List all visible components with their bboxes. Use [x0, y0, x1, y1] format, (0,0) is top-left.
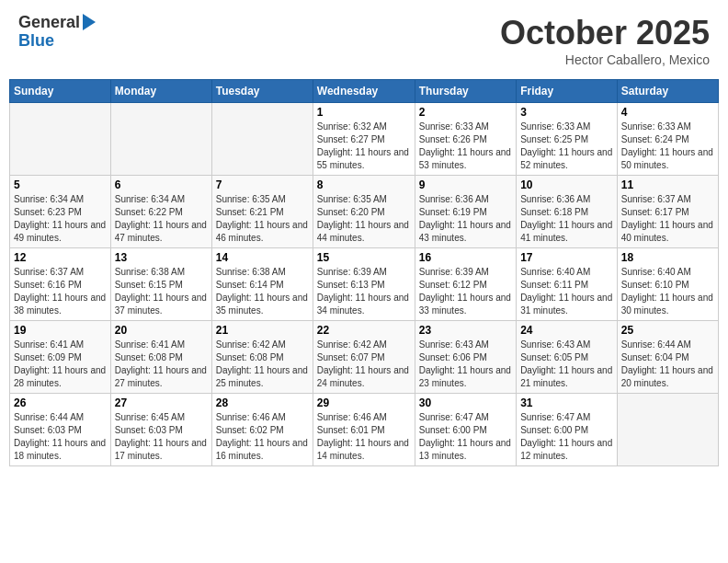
calendar-cell: 19Sunrise: 6:41 AMSunset: 6:09 PMDayligh… — [10, 321, 111, 394]
day-info: Sunrise: 6:36 AMSunset: 6:19 PMDaylight:… — [419, 193, 512, 245]
calendar-day-header: Sunday — [10, 80, 111, 103]
daylight-text: Daylight: 11 hours and 37 minutes. — [115, 292, 208, 317]
sunset-text: Sunset: 6:17 PM — [621, 206, 714, 219]
calendar-cell: 27Sunrise: 6:45 AMSunset: 6:03 PMDayligh… — [110, 394, 211, 466]
sunset-text: Sunset: 6:14 PM — [216, 279, 309, 292]
sunset-text: Sunset: 6:12 PM — [419, 279, 512, 292]
calendar-cell — [10, 103, 111, 176]
calendar-day-header: Wednesday — [313, 80, 415, 103]
sunset-text: Sunset: 6:09 PM — [14, 351, 107, 364]
sunrise-text: Sunrise: 6:33 AM — [621, 121, 714, 133]
sunset-text: Sunset: 6:08 PM — [216, 351, 309, 364]
daylight-text: Daylight: 11 hours and 18 minutes. — [14, 437, 107, 463]
day-number: 20 — [115, 324, 208, 337]
calendar-cell: 13Sunrise: 6:38 AMSunset: 6:15 PMDayligh… — [110, 248, 211, 321]
daylight-text: Daylight: 11 hours and 34 minutes. — [317, 292, 411, 317]
day-info: Sunrise: 6:35 AMSunset: 6:20 PMDaylight:… — [317, 193, 411, 245]
sunrise-text: Sunrise: 6:39 AM — [317, 266, 411, 279]
daylight-text: Daylight: 11 hours and 31 minutes. — [520, 292, 613, 317]
sunrise-text: Sunrise: 6:41 AM — [14, 339, 107, 351]
day-number: 4 — [621, 106, 714, 119]
day-info: Sunrise: 6:46 AMSunset: 6:01 PMDaylight:… — [317, 411, 411, 463]
day-info: Sunrise: 6:44 AMSunset: 6:03 PMDaylight:… — [14, 411, 107, 463]
daylight-text: Daylight: 11 hours and 14 minutes. — [317, 437, 411, 463]
sunset-text: Sunset: 6:02 PM — [216, 424, 309, 437]
sunrise-text: Sunrise: 6:42 AM — [317, 339, 411, 351]
daylight-text: Daylight: 11 hours and 33 minutes. — [419, 292, 512, 317]
daylight-text: Daylight: 11 hours and 49 minutes. — [14, 219, 107, 245]
sunset-text: Sunset: 6:08 PM — [115, 351, 208, 364]
logo-icon — [83, 14, 96, 30]
page-header: General Blue October 2025 Hector Caballe… — [9, 9, 719, 72]
day-info: Sunrise: 6:43 AMSunset: 6:05 PMDaylight:… — [520, 339, 613, 390]
daylight-text: Daylight: 11 hours and 20 minutes. — [621, 364, 714, 390]
daylight-text: Daylight: 11 hours and 43 minutes. — [419, 219, 512, 245]
day-number: 24 — [520, 324, 613, 337]
sunrise-text: Sunrise: 6:34 AM — [14, 193, 107, 206]
daylight-text: Daylight: 11 hours and 44 minutes. — [317, 219, 411, 245]
day-info: Sunrise: 6:40 AMSunset: 6:10 PMDaylight:… — [621, 266, 714, 317]
sunrise-text: Sunrise: 6:35 AM — [216, 193, 309, 206]
sunrise-text: Sunrise: 6:44 AM — [14, 411, 107, 424]
sunrise-text: Sunrise: 6:37 AM — [14, 266, 107, 279]
day-number: 28 — [216, 396, 309, 409]
sunrise-text: Sunrise: 6:47 AM — [520, 411, 613, 424]
day-number: 2 — [419, 106, 512, 119]
calendar-cell: 26Sunrise: 6:44 AMSunset: 6:03 PMDayligh… — [10, 394, 111, 466]
sunrise-text: Sunrise: 6:40 AM — [520, 266, 613, 279]
calendar-cell: 24Sunrise: 6:43 AMSunset: 6:05 PMDayligh… — [517, 321, 618, 394]
calendar-cell: 16Sunrise: 6:39 AMSunset: 6:12 PMDayligh… — [415, 248, 516, 321]
day-number: 30 — [419, 396, 512, 409]
day-number: 29 — [317, 396, 411, 409]
sunrise-text: Sunrise: 6:42 AM — [216, 339, 309, 351]
day-info: Sunrise: 6:38 AMSunset: 6:14 PMDaylight:… — [216, 266, 309, 317]
calendar-cell: 8Sunrise: 6:35 AMSunset: 6:20 PMDaylight… — [313, 176, 415, 248]
calendar-cell: 22Sunrise: 6:42 AMSunset: 6:07 PMDayligh… — [313, 321, 415, 394]
calendar-cell: 2Sunrise: 6:33 AMSunset: 6:26 PMDaylight… — [415, 103, 516, 176]
day-info: Sunrise: 6:40 AMSunset: 6:11 PMDaylight:… — [520, 266, 613, 317]
daylight-text: Daylight: 11 hours and 40 minutes. — [621, 219, 714, 245]
day-info: Sunrise: 6:39 AMSunset: 6:12 PMDaylight:… — [419, 266, 512, 317]
calendar-day-header: Saturday — [617, 80, 718, 103]
day-info: Sunrise: 6:47 AMSunset: 6:00 PMDaylight:… — [520, 411, 613, 463]
sunset-text: Sunset: 6:26 PM — [419, 133, 512, 146]
day-number: 19 — [14, 324, 107, 337]
daylight-text: Daylight: 11 hours and 23 minutes. — [419, 364, 512, 390]
sunrise-text: Sunrise: 6:46 AM — [317, 411, 411, 424]
sunrise-text: Sunrise: 6:34 AM — [115, 193, 208, 206]
day-info: Sunrise: 6:41 AMSunset: 6:08 PMDaylight:… — [115, 339, 208, 390]
sunset-text: Sunset: 6:00 PM — [419, 424, 512, 437]
calendar-cell — [211, 103, 313, 176]
sunrise-text: Sunrise: 6:35 AM — [317, 193, 411, 206]
day-info: Sunrise: 6:41 AMSunset: 6:09 PMDaylight:… — [14, 339, 107, 390]
calendar-cell: 15Sunrise: 6:39 AMSunset: 6:13 PMDayligh… — [313, 248, 415, 321]
calendar-cell: 25Sunrise: 6:44 AMSunset: 6:04 PMDayligh… — [617, 321, 718, 394]
day-info: Sunrise: 6:33 AMSunset: 6:24 PMDaylight:… — [621, 121, 714, 172]
sunrise-text: Sunrise: 6:33 AM — [520, 121, 613, 133]
day-number: 6 — [115, 178, 208, 191]
sunset-text: Sunset: 6:07 PM — [317, 351, 411, 364]
daylight-text: Daylight: 11 hours and 46 minutes. — [216, 219, 309, 245]
calendar-cell: 30Sunrise: 6:47 AMSunset: 6:00 PMDayligh… — [415, 394, 516, 466]
day-number: 15 — [317, 251, 411, 264]
day-number: 9 — [419, 178, 512, 191]
calendar-cell — [617, 394, 718, 466]
day-number: 11 — [621, 178, 714, 191]
day-info: Sunrise: 6:36 AMSunset: 6:18 PMDaylight:… — [520, 193, 613, 245]
sunset-text: Sunset: 6:05 PM — [520, 351, 613, 364]
day-info: Sunrise: 6:42 AMSunset: 6:08 PMDaylight:… — [216, 339, 309, 390]
title-block: October 2025 Hector Caballero, Mexico — [500, 14, 710, 67]
sunrise-text: Sunrise: 6:36 AM — [419, 193, 512, 206]
calendar-week-row: 26Sunrise: 6:44 AMSunset: 6:03 PMDayligh… — [10, 394, 719, 466]
sunrise-text: Sunrise: 6:46 AM — [216, 411, 309, 424]
day-info: Sunrise: 6:38 AMSunset: 6:15 PMDaylight:… — [115, 266, 208, 317]
day-number: 22 — [317, 324, 411, 337]
calendar-header-row: SundayMondayTuesdayWednesdayThursdayFrid… — [10, 80, 719, 103]
day-number: 31 — [520, 396, 613, 409]
day-info: Sunrise: 6:44 AMSunset: 6:04 PMDaylight:… — [621, 339, 714, 390]
sunset-text: Sunset: 6:10 PM — [621, 279, 714, 292]
sunrise-text: Sunrise: 6:41 AM — [115, 339, 208, 351]
day-number: 3 — [520, 106, 613, 119]
day-info: Sunrise: 6:42 AMSunset: 6:07 PMDaylight:… — [317, 339, 411, 390]
daylight-text: Daylight: 11 hours and 12 minutes. — [520, 437, 613, 463]
